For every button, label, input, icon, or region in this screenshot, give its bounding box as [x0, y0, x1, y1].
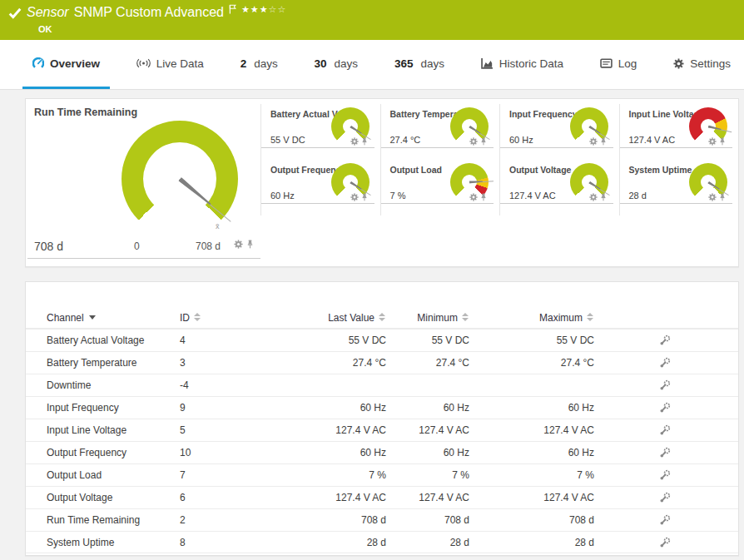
gauge-value: 55 V DC: [270, 135, 305, 145]
panel-action-icons: [469, 193, 487, 201]
channel-id: 5: [180, 424, 253, 436]
column-header-maximum[interactable]: Maximum: [469, 312, 594, 324]
column-header-id[interactable]: ID: [180, 312, 253, 324]
tab-30-days[interactable]: 30days: [305, 40, 369, 89]
edit-channel-button[interactable]: [659, 447, 671, 458]
sort-icon: [587, 313, 594, 322]
column-header-label: Maximum: [539, 312, 583, 324]
channel-name: Input Line Voltage: [47, 424, 180, 436]
gear-icon[interactable]: [708, 193, 717, 201]
channel-last-value: 127.4 V AC: [253, 492, 386, 503]
channel-maximum: 27.4 °C: [469, 357, 594, 369]
channel-id: -4: [180, 379, 253, 391]
tab-label: Historic Data: [499, 57, 563, 70]
flag-icon[interactable]: [229, 2, 236, 17]
gauge-panel-output-voltage[interactable]: Output Voltage127.4 V AC: [499, 160, 619, 216]
star-filled-icon: ★★★: [241, 4, 269, 14]
channel-id: 6: [180, 492, 253, 503]
gauge-value: 28 d: [629, 191, 647, 201]
table-row-system-uptime: System Uptime828 d28 d28 d: [26, 531, 738, 553]
column-header-minimum[interactable]: Minimum: [386, 312, 469, 324]
gear-icon[interactable]: [469, 193, 478, 201]
edit-channel-button[interactable]: [659, 357, 671, 369]
table-row-input-line-voltage: Input Line Voltage5127.4 V AC127.4 V AC1…: [26, 419, 738, 441]
gear-icon[interactable]: [350, 137, 359, 146]
channel-id: 4: [180, 335, 253, 346]
table-row-downtime: Downtime-4: [26, 374, 738, 396]
gauge-icon: [32, 57, 44, 69]
tab-2-days[interactable]: 2days: [231, 40, 288, 89]
channel-name: Run Time Remaining: [47, 514, 180, 526]
panel-action-icons: [589, 137, 607, 146]
gauge-title: Run Time Remaining: [34, 107, 137, 118]
channel-name: Input Frequency: [47, 402, 180, 414]
sort-icon: [379, 313, 386, 322]
tab-label: Overview: [50, 57, 100, 70]
pin-icon[interactable]: [480, 193, 487, 201]
gauge-panel-battery-actual-voltage[interactable]: Battery Actual Voltage55 V DC: [260, 104, 380, 160]
tab-historic-data[interactable]: Historic Data: [471, 40, 573, 89]
gauge-panel-battery-temperature[interactable]: Battery Temperature27.4 °C: [380, 104, 500, 160]
gauge-value: 60 Hz: [270, 191, 295, 201]
edit-channel-button[interactable]: [659, 469, 671, 481]
gauge-panel-output-frequency[interactable]: Output Frequency60 Hz: [260, 160, 380, 216]
column-header-label: Minimum: [417, 312, 458, 324]
edit-channel-button[interactable]: [659, 492, 671, 503]
pin-icon[interactable]: [361, 193, 368, 201]
gauge-value: 27.4 °C: [390, 135, 421, 145]
gauge-scale-max: 708 d: [196, 240, 221, 252]
channel-last-value: 127.4 V AC: [253, 424, 386, 436]
column-header-label: ID: [180, 312, 190, 324]
channel-table-card: ChannelIDLast ValueMinimumMaximum Batter…: [25, 281, 739, 556]
pin-icon[interactable]: [719, 193, 726, 201]
channel-minimum: 28 d: [386, 537, 469, 548]
column-header-label: Channel: [47, 312, 84, 324]
prtg-sensor-page: Sensor SNMP Custom Advanced ★★★☆☆ OK Ove…: [0, 0, 744, 560]
channel-last-value: 7 %: [253, 469, 386, 481]
gear-icon[interactable]: [234, 237, 243, 252]
pin-icon[interactable]: [246, 237, 254, 252]
status-ok-check-icon: [8, 7, 22, 22]
edit-channel-button[interactable]: [659, 537, 671, 548]
edit-channel-button[interactable]: [659, 402, 671, 414]
channel-minimum: 708 d: [386, 514, 469, 526]
priority-stars[interactable]: ★★★☆☆: [241, 4, 286, 15]
panel-action-icons: [589, 193, 607, 201]
pin-icon[interactable]: [600, 193, 607, 201]
sort-icon: [194, 313, 201, 322]
gear-icon[interactable]: [589, 193, 598, 201]
gear-icon[interactable]: [469, 137, 478, 146]
main-gauge-panel[interactable]: Run Time Remaining 0 708 d x̄ 708 d: [26, 99, 260, 259]
edit-channel-button[interactable]: [659, 335, 671, 346]
pin-icon[interactable]: [600, 137, 607, 146]
edit-channel-button[interactable]: [659, 514, 671, 526]
tab-365-days[interactable]: 365days: [384, 40, 454, 89]
pin-icon[interactable]: [361, 137, 368, 146]
gear-icon[interactable]: [589, 137, 598, 146]
gauge-scale-min: 0: [134, 240, 140, 252]
gauge-value: 127.4 V AC: [509, 191, 556, 201]
edit-channel-button[interactable]: [659, 424, 671, 436]
tab-settings[interactable]: Settings: [663, 40, 741, 89]
pin-icon[interactable]: [719, 137, 726, 146]
sort-icon: [462, 313, 469, 322]
tab-live-data[interactable]: Live Data: [126, 40, 214, 89]
pin-icon[interactable]: [480, 137, 487, 146]
gear-icon[interactable]: [350, 193, 359, 201]
gauge-panel-output-load[interactable]: Output Load7 %: [380, 160, 500, 216]
column-header-channel[interactable]: Channel: [47, 312, 180, 324]
tab-log[interactable]: Log: [590, 40, 647, 89]
gauge-panel-system-uptime[interactable]: System Uptime28 d: [619, 160, 739, 216]
main-content: Run Time Remaining 0 708 d x̄ 708 d Batt…: [0, 90, 744, 560]
channel-name: Output Frequency: [47, 447, 180, 458]
channel-id: 3: [180, 357, 253, 369]
edit-channel-button[interactable]: [659, 379, 671, 391]
gauge-panel-input-frequency[interactable]: Input Frequency60 Hz: [499, 104, 619, 160]
channel-table-body: Battery Actual Voltage455 V DC55 V DC55 …: [26, 329, 738, 553]
tab-label: days: [254, 57, 278, 70]
gear-icon[interactable]: [708, 137, 717, 146]
column-header-last-value[interactable]: Last Value: [253, 312, 386, 324]
tab-overview[interactable]: Overview: [22, 40, 110, 89]
gauge-panel-input-line-voltage[interactable]: Input Line Voltage127.4 V AC: [619, 104, 739, 160]
channel-name: System Uptime: [47, 537, 180, 548]
